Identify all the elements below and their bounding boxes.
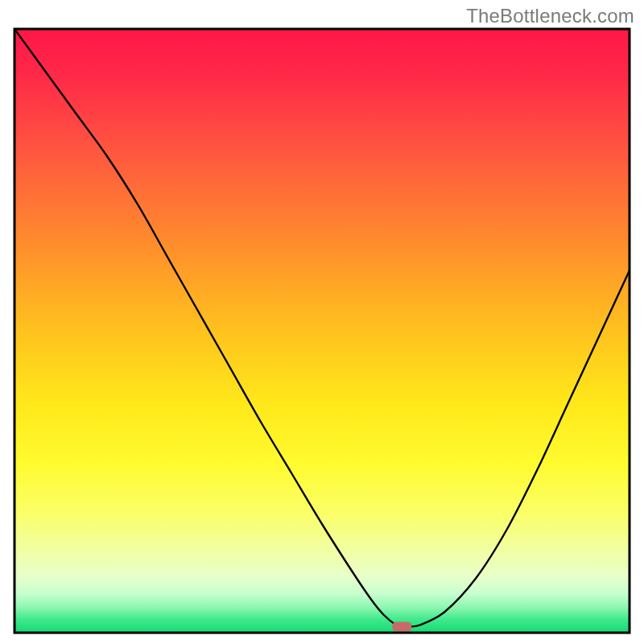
watermark-text: TheBottleneck.com [466,5,634,27]
gradient-background [14,29,630,633]
minimum-marker [392,622,411,632]
bottleneck-chart [0,0,644,644]
chart-stage: TheBottleneck.com [0,0,644,644]
